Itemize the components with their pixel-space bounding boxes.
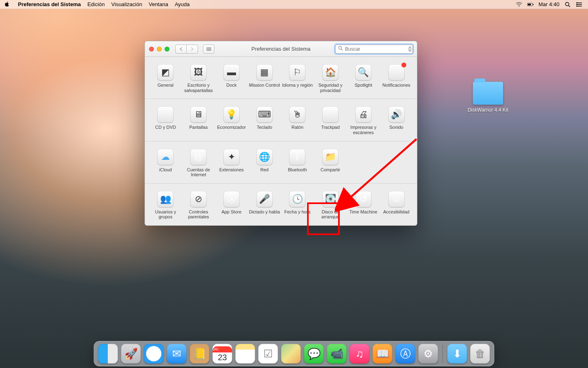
menu-edicion[interactable]: Edición [84,1,108,7]
appstore-icon: Ⓐ [223,191,240,207]
dock-calendar-month: DIC [213,346,232,352]
dock-notes[interactable] [236,344,255,364]
desktop-folder-diskwarrior[interactable]: DiskWarrior 4.4 Kit [466,82,510,113]
clear-search-button[interactable]: ✕ [408,46,412,52]
zoom-window-button[interactable] [165,47,169,52]
pref-internet-accounts[interactable]: @Cuentas de Internet [182,147,215,177]
pref-label: Economizador [217,125,246,135]
pref-security-privacy[interactable]: 🏠Seguridad y privacidad [314,63,347,93]
svg-rect-2 [533,4,533,5]
pref-cd-dvd[interactable]: CD y DVD [149,105,182,135]
dock-downloads[interactable]: ⬇︎ [448,344,467,364]
icloud-icon: ☁ [157,149,174,165]
desktop: Preferencias del Sistema Edición Visuali… [0,0,588,368]
pref-bluetooth[interactable]: ᛒBluetooth [281,147,314,177]
pref-network[interactable]: 🌐Red [248,147,281,177]
dock-calendar-day: 23 [218,352,227,361]
search-field[interactable]: ✕ [335,45,413,54]
pref-icloud[interactable]: ☁iCloud [149,147,182,177]
pref-accessibility[interactable]: ☺Accesibilidad [380,189,413,220]
apple-menu-icon[interactable] [4,1,11,8]
pref-label: Trackpad [321,125,339,135]
pref-mouse[interactable]: 🖱Ratón [281,105,314,135]
dock-calendar[interactable]: DIC 23 [213,344,232,364]
dock-facetime[interactable]: 📹 [327,344,347,364]
pref-users-groups[interactable]: 👥Usuarios y grupos [149,189,182,220]
pref-app-store[interactable]: ⒶApp Store [215,189,248,220]
dock-mail[interactable]: ✉︎ [167,344,187,364]
dock-itunes[interactable]: ♫ [350,344,370,364]
system-preferences-window: Preferencias del Sistema ✕ ◩General 🖼Esc… [145,41,417,226]
pref-label: Red [261,167,269,177]
show-all-button[interactable] [203,45,214,54]
dock-reminders[interactable]: ☑︎ [258,344,278,364]
dock-messages[interactable]: 💬 [304,344,324,364]
security-icon: 🏠 [322,64,339,81]
pref-keyboard[interactable]: ⌨Teclado [248,105,281,135]
pref-printers-scanners[interactable]: 🖨Impresoras y escáneres [347,105,380,135]
pref-dictation-speech[interactable]: 🎤Dictado y habla [248,189,281,220]
pref-dock[interactable]: ▬Dock [215,63,248,93]
app-name-menu[interactable]: Preferencias del Sistema [15,1,84,7]
nav-back-forward [175,45,198,54]
displays-icon: 🖥 [190,106,207,123]
dock-safari[interactable] [144,344,164,364]
pref-trackpad[interactable]: Trackpad [314,105,347,135]
internet-accounts-icon: @ [190,149,207,165]
dock-ibooks[interactable]: 📖 [373,344,392,364]
minimize-window-button[interactable] [157,47,162,52]
pref-displays[interactable]: 🖥Pantallas [182,105,215,135]
svg-line-13 [341,49,343,50]
pref-sharing[interactable]: 📁Compartir [314,147,347,177]
sharing-icon: 📁 [322,149,339,165]
menu-visualizacion[interactable]: Visualización [108,1,146,7]
datetime-icon: 🕓 [289,191,305,207]
pref-label: Mission Control [249,83,280,92]
pref-notifications[interactable]: Notificaciones [380,63,413,93]
menu-ayuda[interactable]: Ayuda [172,1,193,7]
dock-appstore[interactable]: Ⓐ [396,344,415,364]
menu-ventana[interactable]: Ventana [145,1,172,7]
parental-icon: ⊘ [190,191,207,207]
wifi-icon[interactable] [516,1,522,8]
pref-language-region[interactable]: ⚐Idioma y región [281,63,314,93]
close-window-button[interactable] [149,47,154,52]
language-icon: ⚐ [289,64,305,81]
pref-spotlight[interactable]: 🔍Spotlight [347,63,380,93]
pref-sound[interactable]: 🔊Sonido [380,105,413,135]
dock-finder[interactable] [98,344,118,364]
notification-center-icon[interactable] [576,1,582,8]
back-button[interactable] [175,45,187,54]
pref-desktop-screensaver[interactable]: 🖼Escritorio y salvapantallas [182,63,215,93]
dock-contacts[interactable]: 📒 [190,344,209,364]
dock-launchpad[interactable]: 🚀 [121,344,141,364]
dock-trash[interactable]: 🗑 [470,344,490,364]
pref-label: iCloud [159,167,172,177]
dock-system-preferences[interactable]: ⚙︎ [419,344,438,364]
window-title: Preferencias del Sistema [252,46,311,52]
pref-startup-disk[interactable]: 💽Disco de arranque [314,189,347,220]
menubar-clock[interactable]: Mar 4:40 [539,1,559,7]
pref-row-4: 👥Usuarios y grupos ⊘Controles parentales… [145,184,417,225]
bluetooth-icon: ᛒ [289,149,305,165]
spotlight-menubar-icon[interactable] [564,1,571,8]
pref-mission-control[interactable]: ▦Mission Control [248,63,281,93]
pref-parental-controls[interactable]: ⊘Controles parentales [182,189,215,220]
battery-icon[interactable] [527,1,534,8]
forward-button[interactable] [187,45,198,54]
search-input[interactable] [345,46,406,52]
pref-label: Seguridad y privacidad [314,83,347,93]
trackpad-icon [322,106,339,123]
pref-energy-saver[interactable]: 💡Economizador [215,105,248,135]
svg-line-5 [568,5,570,7]
pref-time-machine[interactable]: ↺Time Machine [347,189,380,220]
pref-label: Notificaciones [382,83,410,92]
pref-general[interactable]: ◩General [149,63,182,93]
pref-extensions[interactable]: ✦Extensiones [215,147,248,177]
pref-label: Impresoras y escáneres [347,125,380,135]
desktop-icon: 🖼 [190,64,207,81]
pref-date-time[interactable]: 🕓Fecha y hora [281,189,314,220]
window-titlebar[interactable]: Preferencias del Sistema ✕ [145,41,417,57]
dock-maps[interactable] [281,344,301,364]
svg-point-4 [566,2,569,5]
